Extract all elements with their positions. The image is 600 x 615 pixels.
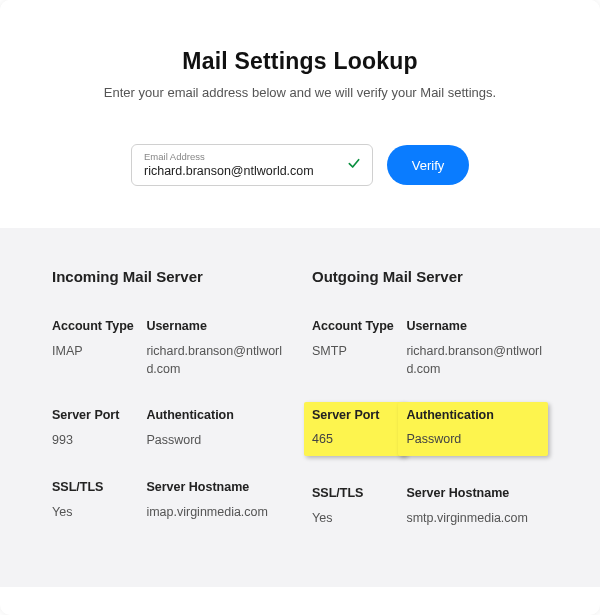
outgoing-server-port: Server Port 465: [312, 408, 406, 456]
value-username: richard.branson@ntlworld.com: [406, 343, 548, 378]
page-subtitle: Enter your email address below and we wi…: [40, 85, 560, 100]
servers-row: Incoming Mail Server Account Type IMAP U…: [52, 268, 548, 557]
mail-settings-card: Mail Settings Lookup Enter your email ad…: [0, 0, 600, 615]
highlight-server-port: Server Port 465: [304, 402, 406, 456]
outgoing-column: Outgoing Mail Server Account Type SMTP U…: [312, 268, 548, 557]
incoming-hostname: Server Hostname imap.virginmedia.com: [146, 480, 288, 522]
label-authentication: Authentication: [406, 408, 540, 422]
lookup-header: Mail Settings Lookup Enter your email ad…: [0, 0, 600, 228]
outgoing-account-type: Account Type SMTP: [312, 319, 406, 378]
value-authentication: Password: [406, 431, 540, 449]
value-username: richard.branson@ntlworld.com: [146, 343, 288, 378]
value-server-port: 993: [52, 432, 146, 450]
results-section: Incoming Mail Server Account Type IMAP U…: [0, 228, 600, 587]
value-account-type: SMTP: [312, 343, 406, 361]
value-authentication: Password: [146, 432, 288, 450]
email-input[interactable]: [144, 164, 336, 178]
label-username: Username: [146, 319, 288, 333]
outgoing-username: Username richard.branson@ntlworld.com: [406, 319, 548, 378]
outgoing-hostname: Server Hostname smtp.virginmedia.com: [406, 486, 548, 528]
label-server-port: Server Port: [52, 408, 146, 422]
label-hostname: Server Hostname: [406, 486, 548, 500]
value-ssl: Yes: [52, 504, 146, 522]
incoming-pairs: Account Type IMAP Username richard.brans…: [52, 319, 288, 551]
incoming-authentication: Authentication Password: [146, 408, 288, 450]
incoming-ssl: SSL/TLS Yes: [52, 480, 146, 522]
incoming-username: Username richard.branson@ntlworld.com: [146, 319, 288, 378]
outgoing-pairs: Account Type SMTP Username richard.brans…: [312, 319, 548, 557]
email-input-container[interactable]: Email Address: [131, 144, 373, 186]
label-account-type: Account Type: [52, 319, 146, 333]
label-ssl: SSL/TLS: [52, 480, 146, 494]
label-ssl: SSL/TLS: [312, 486, 406, 500]
value-ssl: Yes: [312, 510, 406, 528]
incoming-account-type: Account Type IMAP: [52, 319, 146, 378]
label-hostname: Server Hostname: [146, 480, 288, 494]
label-username: Username: [406, 319, 548, 333]
label-server-port: Server Port: [312, 408, 398, 422]
incoming-heading: Incoming Mail Server: [52, 268, 288, 285]
outgoing-heading: Outgoing Mail Server: [312, 268, 548, 285]
highlight-authentication: Authentication Password: [398, 402, 548, 456]
value-server-port: 465: [312, 431, 398, 449]
outgoing-authentication: Authentication Password: [406, 408, 548, 456]
check-icon: [346, 155, 362, 175]
label-account-type: Account Type: [312, 319, 406, 333]
incoming-server-port: Server Port 993: [52, 408, 146, 450]
email-float-label: Email Address: [144, 152, 336, 162]
value-account-type: IMAP: [52, 343, 146, 361]
value-hostname: smtp.virginmedia.com: [406, 510, 548, 528]
incoming-column: Incoming Mail Server Account Type IMAP U…: [52, 268, 288, 557]
label-authentication: Authentication: [146, 408, 288, 422]
outgoing-ssl: SSL/TLS Yes: [312, 486, 406, 528]
lookup-form: Email Address Verify: [40, 144, 560, 186]
verify-button[interactable]: Verify: [387, 145, 469, 185]
page-title: Mail Settings Lookup: [40, 48, 560, 75]
value-hostname: imap.virginmedia.com: [146, 504, 288, 522]
